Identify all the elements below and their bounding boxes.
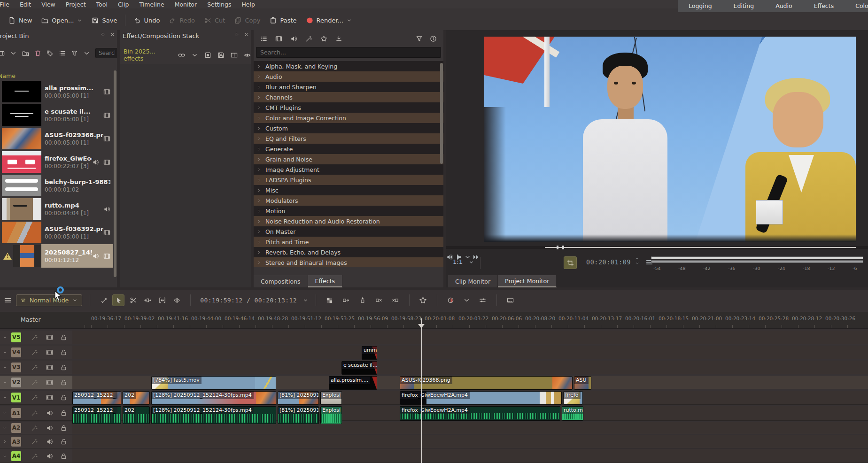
timeline-ruler[interactable]: Master 00:19:36:17 00:19:39:02 00:19:41:…: [0, 312, 868, 329]
expand-chevron-icon[interactable]: [257, 147, 261, 151]
track-target-badge[interactable]: A4: [11, 451, 21, 461]
effect-stack-toolbar-icon[interactable]: [231, 52, 238, 59]
bin-scrollbar[interactable]: [114, 70, 116, 277]
timeline-option-button[interactable]: [445, 294, 457, 306]
track-target-badge[interactable]: V5: [11, 332, 21, 342]
track-lock-icon[interactable]: [60, 364, 67, 371]
effect-category-row[interactable]: Generate: [254, 144, 443, 154]
timeline-clip[interactable]: Explosi: [320, 406, 342, 424]
effects-dock-tab[interactable]: Effects: [308, 275, 343, 287]
track-collapse-icon[interactable]: [3, 365, 7, 370]
effect-category-row[interactable]: Custom: [254, 123, 443, 133]
expand-chevron-icon[interactable]: [257, 95, 261, 100]
effect-stack-toolbar-icon[interactable]: [244, 52, 251, 59]
timeline-position-timecode[interactable]: 00:19:59:12 / 00:20:13:12: [200, 297, 297, 304]
bin-toolbar-icon[interactable]: [83, 50, 90, 57]
effect-category-row[interactable]: Channels: [254, 92, 443, 102]
track-kind-icon[interactable]: [46, 379, 53, 386]
timeline-track-lane[interactable]: [72, 361, 868, 374]
timeline-tool-button[interactable]: [170, 294, 183, 306]
timeline-track-lane[interactable]: [72, 449, 868, 463]
track-kind-icon[interactable]: [46, 438, 53, 445]
menu-item[interactable]: Project: [61, 0, 91, 8]
timeline-clip[interactable]: ASUS-f029368.png: [400, 376, 573, 390]
timeline-tool-button[interactable]: [127, 294, 139, 306]
effect-category-row[interactable]: CMT Plugins: [254, 102, 443, 113]
timeline-clip[interactable]: [81%] 20250912_: [278, 391, 319, 405]
playback-button[interactable]: [464, 254, 471, 261]
expand-chevron-icon[interactable]: [257, 240, 261, 244]
track-lock-icon[interactable]: [60, 409, 67, 417]
track-kind-icon[interactable]: [46, 409, 53, 417]
effect-category-row[interactable]: Motion: [254, 206, 443, 216]
timeline-tool-button[interactable]: [98, 294, 110, 306]
effect-category-row[interactable]: LADSPA Plugins: [254, 175, 443, 185]
track-header[interactable]: V2: [0, 376, 72, 389]
menu-item[interactable]: Tool: [91, 0, 113, 8]
monitor-zone-segment[interactable]: [545, 247, 856, 248]
effects-dock-tab[interactable]: Compositions: [254, 275, 308, 287]
track-kind-icon[interactable]: [46, 364, 53, 371]
timeline-clip[interactable]: e scusate il...: [341, 361, 377, 375]
expand-chevron-icon[interactable]: [257, 126, 261, 131]
track-header[interactable]: V3: [0, 361, 72, 374]
effect-category-row[interactable]: Image Adjustment: [254, 164, 443, 175]
timecode-spinner[interactable]: [635, 256, 639, 265]
timeline-insert-button[interactable]: [324, 294, 336, 306]
track-collapse-icon[interactable]: [3, 454, 7, 458]
bin-search-input[interactable]: [95, 48, 117, 58]
effects-search-input[interactable]: [256, 47, 441, 58]
toolbar-button[interactable]: Undo: [129, 15, 164, 26]
toolbar-button[interactable]: Redo: [164, 15, 200, 26]
track-lock-icon[interactable]: [60, 438, 67, 445]
track-lock-icon[interactable]: [60, 424, 67, 432]
track-header[interactable]: V4: [0, 346, 72, 359]
track-effects-icon[interactable]: [31, 349, 38, 356]
track-collapse-icon[interactable]: [3, 335, 7, 340]
expand-chevron-icon[interactable]: [257, 116, 261, 120]
menu-item[interactable]: Help: [236, 0, 260, 8]
bin-toolbar-icon[interactable]: [34, 50, 41, 57]
effects-scrollbar[interactable]: [440, 63, 443, 164]
track-header[interactable]: A4: [0, 449, 72, 463]
bin-clip-row[interactable]: 20250827_145101.mp4 00:01:12:12: [0, 244, 113, 268]
track-kind-icon[interactable]: [46, 424, 53, 432]
track-collapse-icon[interactable]: [3, 350, 7, 355]
track-kind-icon[interactable]: [46, 453, 53, 460]
timeline-menu-icon[interactable]: [4, 296, 12, 304]
effect-category-row[interactable]: Misc: [254, 185, 443, 195]
expand-chevron-icon[interactable]: [257, 230, 261, 234]
track-lock-icon[interactable]: [60, 349, 67, 356]
playhead-marker[interactable]: [418, 324, 425, 328]
menu-item[interactable]: Settings: [202, 0, 236, 8]
timeline-clip[interactable]: firefo: [563, 391, 583, 405]
expand-chevron-icon[interactable]: [257, 137, 261, 141]
expand-chevron-icon[interactable]: [257, 64, 261, 69]
timeline-clip[interactable]: [784%] fast5.mov: [151, 376, 276, 390]
bin-toolbar-icon[interactable]: [0, 50, 5, 57]
effect-category-row[interactable]: Color and Image Correction: [254, 113, 443, 123]
track-effects-icon[interactable]: [31, 453, 38, 460]
effects-filter-icon[interactable]: [275, 35, 282, 42]
bin-clip-row[interactable]: rutto.mp4 00:00:04:04 [1]: [0, 197, 113, 221]
expand-chevron-icon[interactable]: [257, 75, 261, 79]
track-lock-icon[interactable]: [60, 453, 67, 460]
timeline-insert-button[interactable]: [373, 294, 385, 306]
close-panel-icon[interactable]: [244, 32, 249, 37]
timeline-clip[interactable]: 202: [123, 391, 150, 405]
effect-category-row[interactable]: Pitch and Time: [254, 237, 443, 247]
bin-name-column-header[interactable]: Name: [0, 72, 16, 79]
timeline-option-button[interactable]: [477, 294, 489, 306]
timeline-clip[interactable]: 250912_15212_: [72, 391, 121, 405]
track-target-badge[interactable]: A3: [11, 437, 21, 447]
track-collapse-icon[interactable]: [3, 380, 7, 385]
effects-filter-icon[interactable]: [290, 35, 297, 42]
track-header[interactable]: V5: [0, 331, 72, 344]
effects-panel-icon[interactable]: [416, 35, 423, 42]
track-lock-icon[interactable]: [60, 379, 67, 386]
float-panel-icon[interactable]: [100, 32, 105, 37]
track-effects-icon[interactable]: [31, 379, 38, 386]
timeline-track-lane[interactable]: [72, 331, 868, 344]
effects-filter-icon[interactable]: [260, 35, 267, 42]
expand-chevron-icon[interactable]: [257, 178, 261, 182]
